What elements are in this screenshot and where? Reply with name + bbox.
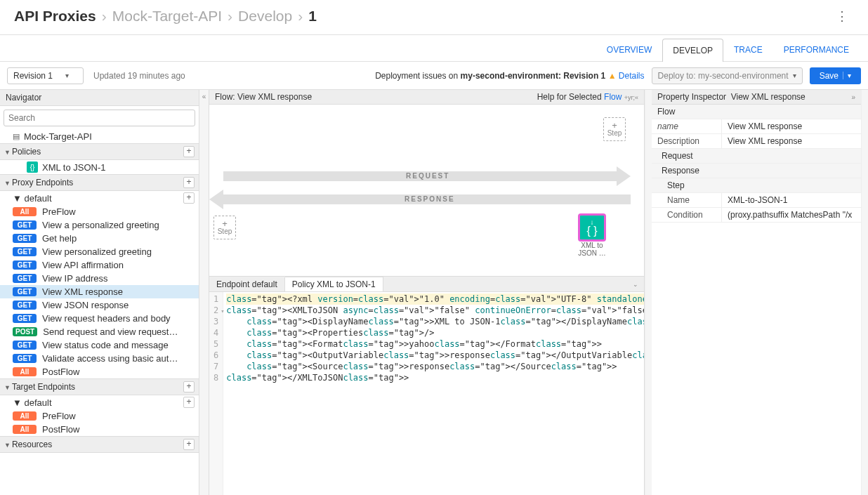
navigator-panel: Navigator ▤ Mock-Target-API ▼Policies + …: [0, 90, 199, 495]
help-flow-link[interactable]: Flow: [604, 92, 622, 102]
inspector-key-step-name: Name: [652, 193, 722, 207]
flow-label: PreFlow: [42, 206, 76, 217]
method-badge: All: [13, 367, 37, 376]
flow-item[interactable]: POSTSend request and view request…: [0, 325, 199, 338]
add-response-step-button[interactable]: + Step: [213, 216, 236, 239]
collapse-navigator-icon[interactable]: «: [199, 90, 209, 495]
flow-item[interactable]: GETView IP address: [0, 272, 199, 285]
policies-section-header[interactable]: ▼Policies +: [0, 143, 199, 160]
inspector-val-description[interactable]: View XML response: [722, 134, 861, 148]
flow-label: View request headers and body: [42, 313, 171, 324]
policy-item[interactable]: {}XML to JSON-1: [0, 160, 199, 174]
breadcrumb-root[interactable]: API Proxies: [14, 8, 96, 25]
flow-item[interactable]: GETView JSON response: [0, 298, 199, 312]
inspector-val-condition[interactable]: (proxy.pathsuffix MatchesPath "/x: [722, 208, 861, 222]
target-endpoint-default[interactable]: ▼ default +: [0, 395, 199, 409]
caret-down-icon: ▼: [13, 397, 22, 408]
save-button[interactable]: Save: [810, 67, 861, 84]
flow-label: PostFlow: [42, 424, 79, 435]
tab-overview[interactable]: OVERVIEW: [596, 38, 662, 61]
updated-timestamp: Updated 19 minutes ago: [93, 71, 185, 81]
flow-item[interactable]: GETView API affirmation: [0, 258, 199, 272]
flow-item[interactable]: GETValidate access using basic aut…: [0, 352, 199, 365]
resources-section-header[interactable]: ▼Resources +: [0, 436, 199, 453]
flow-title: Flow: View XML response: [215, 92, 312, 102]
breadcrumb-proxy[interactable]: Mock-Target-API: [112, 8, 222, 25]
plus-icon: +: [612, 122, 617, 129]
collapse-code-icon[interactable]: ⌄: [627, 281, 644, 288]
main-tabs: OVERVIEW DEVELOP TRACE PERFORMANCE: [0, 35, 868, 62]
breadcrumb-section[interactable]: Develop: [238, 8, 292, 25]
flow-item[interactable]: GETView XML response: [0, 285, 199, 298]
flow-item[interactable]: AllPostFlow: [0, 365, 199, 378]
method-badge: GET: [13, 301, 37, 310]
inspector-val-name[interactable]: View XML response: [722, 119, 861, 133]
more-menu-icon[interactable]: ⋮: [830, 6, 854, 27]
inspector-key-name: name: [652, 119, 722, 133]
flow-item[interactable]: GETGet help: [0, 232, 199, 245]
flow-item[interactable]: GETView status code and message: [0, 338, 199, 352]
add-target-endpoint-button[interactable]: +: [183, 381, 195, 392]
response-label: RESPONSE: [405, 195, 455, 203]
chevron-right-icon: ›: [102, 8, 107, 25]
add-request-step-button[interactable]: + Step: [603, 117, 626, 141]
proxy-root-item[interactable]: ▤ Mock-Target-API: [0, 130, 199, 143]
inspector-object: View XML response: [731, 92, 805, 102]
code-tab-policy[interactable]: Policy XML to JSON-1: [285, 277, 383, 291]
flow-item[interactable]: AllPreFlow: [0, 409, 199, 423]
method-badge: POST: [13, 327, 37, 336]
method-badge: GET: [13, 274, 37, 283]
flow-label: View API affirmation: [42, 260, 124, 270]
revision-select[interactable]: Revision 1: [7, 67, 84, 84]
flow-item[interactable]: AllPostFlow: [0, 423, 199, 436]
chevron-right-icon: ›: [228, 8, 232, 25]
collapse-flow-canvas-icon[interactable]: +yr;«: [624, 94, 638, 101]
flow-item[interactable]: GETView personalized greeting: [0, 245, 199, 258]
proxy-endpoints-section-header[interactable]: ▼Proxy Endpoints +: [0, 174, 199, 191]
add-target-flow-button[interactable]: +: [183, 397, 195, 408]
flow-item[interactable]: AllPreFlow: [0, 205, 199, 218]
method-badge: GET: [13, 260, 37, 270]
method-badge: All: [13, 425, 37, 434]
tab-trace[interactable]: TRACE: [723, 38, 773, 61]
inspector-scrollbar[interactable]: [861, 90, 868, 495]
caret-down-icon: ▼: [4, 442, 11, 449]
add-policy-button[interactable]: +: [183, 146, 195, 157]
flow-item[interactable]: GETView request headers and body: [0, 312, 199, 325]
add-proxy-endpoint-button[interactable]: +: [183, 177, 195, 188]
xml-to-json-icon: {}: [27, 161, 38, 173]
help-label: Help for Selected: [537, 92, 602, 102]
center-scrollbar[interactable]: [645, 90, 652, 495]
expand-inspector-icon[interactable]: »: [851, 93, 855, 101]
inspector-section-flow: Flow: [652, 105, 861, 119]
arrow-left-icon: [209, 190, 223, 209]
tab-develop[interactable]: DEVELOP: [662, 39, 723, 62]
flow-label: View XML response: [42, 286, 123, 297]
document-icon: ▤: [13, 132, 20, 141]
flow-label: View IP address: [42, 273, 107, 284]
caret-down-icon: ▼: [13, 193, 22, 204]
method-badge: GET: [13, 314, 37, 323]
tab-performance[interactable]: PERFORMANCE: [773, 38, 860, 61]
add-flow-button[interactable]: +: [183, 192, 195, 204]
policy-step-xml-to-json[interactable]: ↓{ } XML to JSON …: [578, 213, 606, 257]
deploy-to-select[interactable]: Deploy to: my-second-environment: [652, 67, 803, 84]
inspector-val-step-name[interactable]: XML-to-JSON-1: [722, 193, 861, 207]
navigator-search-input[interactable]: [4, 110, 195, 126]
property-inspector-panel: Property Inspector View XML response » F…: [652, 90, 861, 495]
flow-item[interactable]: GETView a personalized greeting: [0, 218, 199, 232]
flow-label: Send request and view request…: [43, 326, 178, 337]
code-tab-endpoint[interactable]: Endpoint default: [209, 277, 285, 291]
code-editor[interactable]: 12345678 class="tag"><?xml version=class…: [209, 292, 644, 495]
deployment-issue: Deployment issues on my-second-environme…: [375, 71, 644, 81]
proxy-endpoint-default[interactable]: ▼ default +: [0, 191, 199, 205]
flow-label: Get help: [42, 233, 77, 244]
details-link[interactable]: Details: [619, 71, 645, 81]
add-resource-button[interactable]: +: [183, 439, 195, 450]
arrow-right-icon: [617, 166, 631, 186]
caret-down-icon: ▼: [4, 180, 11, 187]
inspector-section-request: Request: [652, 149, 861, 164]
method-badge: GET: [13, 220, 37, 230]
target-endpoints-section-header[interactable]: ▼Target Endpoints +: [0, 378, 199, 395]
method-badge: GET: [13, 354, 37, 363]
